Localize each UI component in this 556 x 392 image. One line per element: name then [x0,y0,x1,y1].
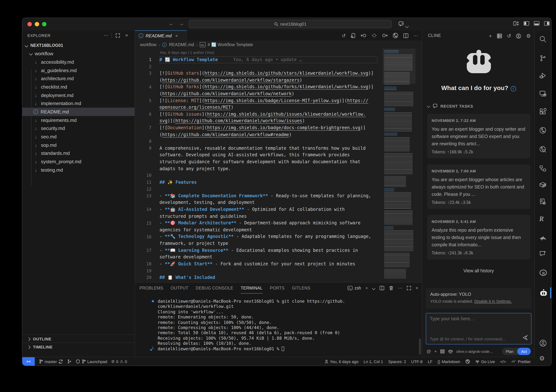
terminal-dropdown-icon[interactable] [372,285,375,291]
task-card[interactable]: NOVEMBER 2, 7:00 AMYou are an expert blo… [427,164,530,209]
encoding-status[interactable]: UTF-8 [411,359,423,364]
kill-terminal-icon[interactable] [389,285,394,291]
new-task-icon[interactable]: + [489,33,492,39]
code-row[interactable]: svg)](https://github.com/kliewerdaniel/w… [135,118,422,125]
kangaroo-icon[interactable] [539,234,547,242]
eol-status[interactable]: LF [428,359,432,364]
outline-section[interactable]: OUTLINE [22,335,135,343]
file-row-README.md[interactable]: iREADME.md [22,108,135,116]
code-row[interactable]: 6[![GitHub issues](https://img.shields.i… [135,111,422,118]
model-label[interactable]: cline:x-ai/grok-code... [456,349,493,353]
zoom-traffic-light[interactable] [42,22,46,26]
r-circle-icon[interactable]: R [539,269,547,277]
code-row[interactable]: (https://github.com/kliewerdaniel/workfl… [135,90,422,97]
launchpad-status[interactable]: Launchpad [76,359,107,364]
rules-icon[interactable] [440,349,445,353]
remote-indicator[interactable]: >< [22,357,35,366]
remote-explorer-icon[interactable] [539,90,547,98]
maximize-panel-icon[interactable] [407,286,411,290]
task-input[interactable]: Type your task here... Type @ for contex… [426,313,532,345]
code-row[interactable]: 14- **🤖 AI-Assisted Development** - Opti… [135,206,422,213]
close-tab-icon[interactable]: × [175,33,178,38]
mcp-servers-icon[interactable] [497,33,502,39]
plan-option[interactable]: Plan [502,349,517,353]
toggle-panel-icon[interactable] [534,21,540,27]
blame-status[interactable]: You, 6 days ago [324,359,358,364]
disable-settings-link[interactable]: Disable it in Settings. [474,299,512,303]
breadcrumb[interactable]: workflow › i README.md › abc # 🔄 Workflo… [135,41,422,49]
language-mode[interactable]: {} Markdown [438,359,460,364]
settings-gear-icon[interactable]: ⚙ [526,33,531,39]
workspace-root[interactable]: NEXT16BLOG01 [22,41,135,49]
close-panel-icon[interactable]: × [416,285,418,291]
plan-act-toggle[interactable]: Plan Act [502,348,531,355]
code-row[interactable]: 8 [135,138,422,145]
previous-change-icon[interactable] [361,33,367,38]
send-icon[interactable] [522,335,528,342]
next-change-icon[interactable] [381,33,388,38]
cursor-position[interactable]: Ln 1, Col 1 [363,359,383,364]
context-at-icon[interactable]: @ [426,349,431,354]
code-row[interactable]: 11## ✨ Features [135,179,422,186]
code-row[interactable]: 17- **📖 Learning Resource** - Educationa… [135,247,422,254]
code-row[interactable]: adapts to any project type. [135,165,422,172]
code-row[interactable]: 2 [135,63,422,70]
file-row-checklist.md[interactable]: ↓checklist.md [22,83,135,91]
code-row[interactable]: 7[![Documentation](https://img.shields.i… [135,125,422,131]
timeline-section[interactable]: TIMELINE [22,343,135,351]
back-icon[interactable]: ← [169,21,174,26]
code-row[interactable]: agencies for systematic development [135,227,422,233]
code-row[interactable]: structured prompts and guidelines [135,213,422,220]
branch-status[interactable]: master [39,359,63,364]
code-row[interactable]: 9A comprehensive, reusable documentation… [135,145,422,151]
prettier-status[interactable]: ✓✓ Prettier [511,359,531,364]
forward-icon[interactable]: → [179,21,184,26]
terminal-scrollbar[interactable] [419,338,421,355]
file-row-standards.md[interactable]: ↓standards.md [22,149,135,157]
indentation-status[interactable]: Spaces: 2 [388,359,406,364]
file-row-requirements.md[interactable]: ↓requirements.md [22,116,135,124]
code-runner-icon[interactable] [539,198,547,206]
code-row[interactable]: 10 [135,172,422,179]
panel-tab-terminal[interactable]: TERMINAL [241,282,263,294]
toggle-primary-sidebar-icon[interactable] [524,21,529,27]
task-card[interactable]: NOVEMBER 2, 5:41 AMAnalyze this repo and… [427,215,530,259]
gitlens-graph-icon[interactable] [393,32,398,39]
copilot-chat-icon[interactable] [398,21,404,28]
terminal-shell-chip[interactable]: zsh [348,285,361,291]
history-icon[interactable]: ↺ [507,33,511,39]
code-row[interactable]: (https://github.com/kliewerdaniel/workfl… [135,77,422,84]
task-card[interactable]: NOVEMBER 2, 7:22 AMYou are an expert blo… [427,114,530,158]
copilot-disabled-icon[interactable] [465,359,470,364]
panel-tab-ports[interactable]: PORTS [270,282,285,294]
code-row[interactable]: software. Developed using AI-assisted wo… [135,152,422,158]
file-row-seo.md[interactable]: ↓seo.md [22,133,135,141]
roo-code-icon[interactable]: R [539,215,547,223]
code-row[interactable]: 13- **📚 Complete Documentation Framework… [135,193,422,199]
info-icon[interactable]: i [510,86,516,91]
auto-approve-section[interactable]: Auto-approve: YOLO YOLO mode is enabled.… [426,288,532,309]
code-row[interactable]: software development [135,254,422,260]
problems-status[interactable]: ⊘ 0 ⚠ 0 [111,359,127,364]
split-terminal-icon[interactable] [379,285,385,291]
focus-view-icon[interactable] [116,33,120,39]
new-terminal-icon[interactable]: + [365,285,368,291]
code-row[interactable]: 3[![GitHub stars](https://img.shields.io… [135,70,422,77]
references-flow-icon[interactable] [539,165,547,173]
file-row-sop.md[interactable]: ↓sop.md [22,141,135,149]
code-row[interactable]: development, testing, and deployment [135,199,422,206]
code-row[interactable]: 12 [135,186,422,193]
gitlens-inspect-icon[interactable] [539,146,547,154]
file-row-accessibility.md[interactable]: ↓accessibility.md [22,58,135,66]
code-row[interactable]: 19 [135,267,422,274]
toggle-secondary-sidebar-icon[interactable] [544,21,550,27]
act-option[interactable]: Act [517,348,531,355]
timeline-history-icon[interactable]: ↺ [342,33,346,38]
codelens-authors[interactable]: You, 6 days ago | 1 author (You) [160,50,422,56]
close-traffic-light[interactable] [27,22,32,26]
command-center-search[interactable]: next16blog01 [189,20,392,28]
folder-workflow[interactable]: workflow [22,49,135,58]
panel-tab-gitlens[interactable]: GITLENS [292,282,310,294]
go-live-status[interactable]: Go Live [475,359,495,364]
more-actions-icon[interactable]: ⋯ [413,33,418,38]
